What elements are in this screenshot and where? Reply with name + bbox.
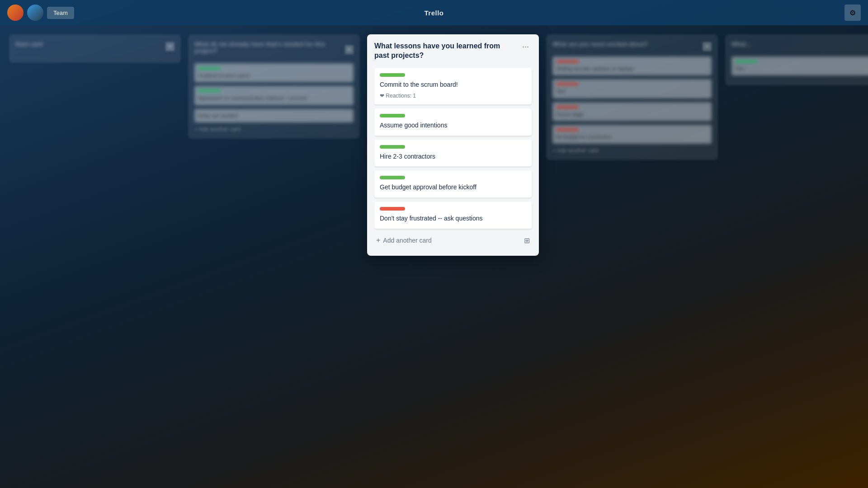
column-header: What lessons have you learned from past … bbox=[374, 42, 532, 61]
card-2-text: Assume good intentions bbox=[380, 121, 526, 130]
far-left-col-title: Start card bbox=[15, 41, 43, 47]
far-left-close-icon: ✕ bbox=[165, 42, 175, 51]
far-right-card-1-text: The... bbox=[735, 66, 868, 72]
column-title: What lessons have you learned from past … bbox=[374, 42, 519, 61]
far-right-card-1-label bbox=[735, 60, 758, 63]
right-card-2-text: Test bbox=[556, 88, 708, 94]
far-right-col-title: What... bbox=[731, 41, 751, 47]
card-1-reactions: ❤ Reactions: 1 bbox=[380, 93, 526, 99]
card-3-label-bar bbox=[380, 145, 405, 149]
add-card-footer[interactable]: + Add another card ⊞ bbox=[374, 233, 532, 249]
app-title: Trello bbox=[424, 9, 443, 17]
avatar-2 bbox=[27, 5, 43, 21]
topbar-right: ⚙ bbox=[844, 5, 861, 21]
right-col-title: What are you most excited about? bbox=[552, 41, 648, 47]
list-item: No budget for contractors bbox=[552, 125, 712, 144]
list-item: Forum stage bbox=[552, 102, 712, 121]
far-left-column: Start card ✕ bbox=[9, 34, 181, 63]
card-1-label-bar bbox=[380, 73, 405, 77]
far-right-col-header: What... ✕ bbox=[731, 41, 868, 52]
settings-icon: ⚙ bbox=[849, 9, 856, 17]
template-icon: ⊞ bbox=[524, 236, 530, 245]
list-item: Roles are needed bbox=[194, 109, 354, 122]
main-column: What lessons have you learned from past … bbox=[367, 34, 539, 256]
topbar-left: Team bbox=[7, 5, 74, 21]
add-icon: + bbox=[376, 236, 380, 244]
card-4-text: Get budget approval before kickoff bbox=[380, 183, 526, 192]
right-card-4-label bbox=[556, 128, 579, 131]
card-5-label-bar bbox=[380, 207, 405, 211]
card-commit[interactable]: Commit to the scrum board! ❤ Reactions: … bbox=[374, 68, 532, 105]
list-item: The... bbox=[731, 56, 868, 75]
far-right-column: What... ✕ The... bbox=[725, 34, 868, 85]
left-col-title: What do we already have that's needed fo… bbox=[194, 41, 345, 54]
right-card-1-label bbox=[556, 60, 579, 63]
card-4-label-bar bbox=[380, 176, 405, 179]
right-column: What are you most excited about? ✕ Getti… bbox=[546, 34, 718, 160]
left-add-card: + Add another card bbox=[194, 126, 354, 132]
right-col-header: What are you most excited about? ✕ bbox=[552, 41, 712, 52]
left-card-2-text: Agreement on communication cadence + pro… bbox=[198, 95, 350, 101]
right-card-4-text: No budget for contractors bbox=[556, 134, 708, 140]
list-item: Getting security updates on laptops bbox=[552, 56, 712, 75]
right-card-1-text: Getting security updates on laptops bbox=[556, 66, 708, 72]
right-card-3-label bbox=[556, 106, 579, 108]
card-3-text: Hire 2-3 contractors bbox=[380, 152, 526, 161]
board-area: Start card ✕ What do we already have tha… bbox=[0, 25, 868, 488]
far-left-col-header: Start card ✕ bbox=[15, 41, 175, 52]
list-item: Test bbox=[552, 79, 712, 98]
card-budget[interactable]: Get budget approval before kickoff bbox=[374, 170, 532, 198]
card-frustrated[interactable]: Don't stay frustrated -- ask questions bbox=[374, 202, 532, 229]
left-card-1-text: Finalized product specs bbox=[198, 72, 350, 79]
card-5-text: Don't stay frustrated -- ask questions bbox=[380, 214, 526, 223]
left-close-icon: ✕ bbox=[345, 45, 354, 54]
column-menu-button[interactable]: ··· bbox=[519, 42, 532, 52]
add-card-left: + Add another card bbox=[376, 236, 432, 244]
avatar-1 bbox=[7, 5, 24, 21]
left-card-3-text: Roles are needed bbox=[198, 113, 350, 119]
left-col-header: What do we already have that's needed fo… bbox=[194, 41, 354, 59]
card-1-text: Commit to the scrum board! bbox=[380, 80, 526, 89]
right-card-3-text: Forum stage bbox=[556, 111, 708, 117]
left-card-1-label bbox=[198, 67, 221, 70]
card-2-label-bar bbox=[380, 114, 405, 117]
right-close-icon: ✕ bbox=[703, 42, 712, 51]
left-card-2-label bbox=[198, 89, 221, 92]
add-card-label: Add another card bbox=[383, 237, 431, 244]
card-hire[interactable]: Hire 2-3 contractors bbox=[374, 140, 532, 167]
list-item: Finalized product specs bbox=[194, 63, 354, 82]
team-button[interactable]: Team bbox=[47, 7, 74, 19]
list-item: Agreement on communication cadence + pro… bbox=[194, 86, 354, 105]
right-card-2-label bbox=[556, 83, 579, 85]
right-add-card: + Add another card bbox=[552, 147, 712, 154]
settings-button[interactable]: ⚙ bbox=[844, 5, 861, 21]
left-column: What do we already have that's needed fo… bbox=[188, 34, 360, 139]
topbar: Team Trello ⚙ bbox=[0, 0, 868, 25]
card-assume[interactable]: Assume good intentions bbox=[374, 108, 532, 136]
